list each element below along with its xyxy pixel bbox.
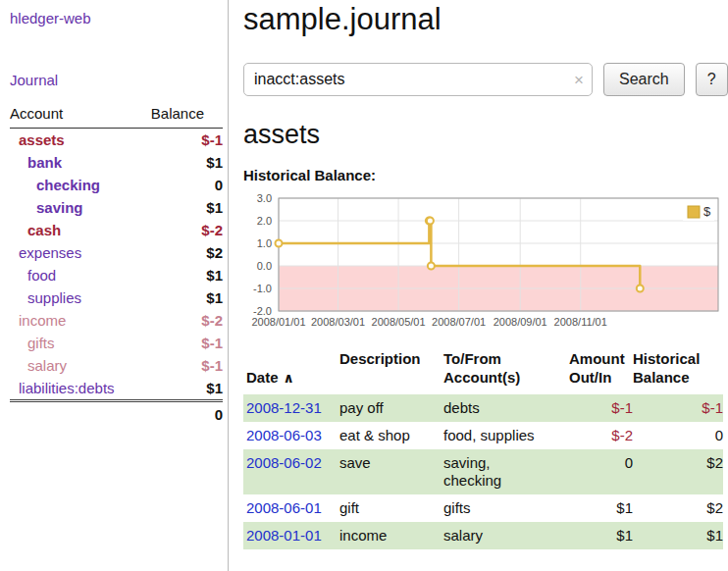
accounts-header-row: Account Balance <box>10 102 223 129</box>
x-axis-tick-label: 2008/11/01 <box>554 316 607 328</box>
register-row: 2008-06-01giftgifts$1$2 <box>243 494 723 522</box>
data-point-marker <box>276 240 283 247</box>
sort-ascending-icon: ∧ <box>284 370 294 386</box>
account-link[interactable]: salary <box>10 357 67 374</box>
y-axis-tick-label: 2.0 <box>257 215 272 227</box>
transaction-balance: 0 <box>633 422 723 449</box>
register-col-amount: Amount Out/In <box>569 348 633 394</box>
transaction-date-link[interactable]: 2008-12-31 <box>246 399 322 416</box>
x-axis-tick-label: 2008/03/01 <box>311 316 365 328</box>
account-row: income$-2 <box>10 309 223 332</box>
transaction-accounts: salary <box>443 522 569 549</box>
data-point-marker <box>428 263 435 270</box>
transaction-date-cell: 2008-12-31 <box>243 394 339 422</box>
account-row: supplies$1 <box>10 286 223 309</box>
account-balance: $-1 <box>151 129 223 152</box>
account-row: checking0 <box>10 174 223 196</box>
register-row: 2008-06-02savesaving, checking0$2 <box>243 449 723 494</box>
transaction-date-link[interactable]: 2008-06-03 <box>246 427 322 443</box>
transaction-amount: $1 <box>569 494 633 522</box>
register-col-description: Description <box>339 348 443 394</box>
hledger-web-app: hledger-web Journal Account Balance asse… <box>0 0 728 571</box>
account-row: bank$1 <box>10 151 223 174</box>
transaction-date-link[interactable]: 2008-06-01 <box>246 499 322 516</box>
accounts-table: Account Balance assets$-1bank$1checking0… <box>10 102 223 426</box>
account-balance: $1 <box>151 377 223 401</box>
page-title: sample.journal <box>243 2 728 37</box>
account-balance: 0 <box>151 174 223 196</box>
app-brand-link[interactable]: hledger-web <box>10 10 223 26</box>
balance-chart: 3.02.01.00.0-1.0-2.02008/01/012008/03/01… <box>243 192 724 332</box>
y-axis-tick-label: 0.0 <box>257 260 272 272</box>
transaction-description: eat & shop <box>339 422 443 449</box>
x-axis-tick-label: 2008/01/01 <box>251 316 305 328</box>
account-link[interactable]: bank <box>10 154 62 171</box>
account-row: food$1 <box>10 264 223 286</box>
register-col-balance: Historical Balance <box>633 348 723 394</box>
account-link[interactable]: supplies <box>10 289 81 306</box>
search-input-wrap: × <box>243 63 593 96</box>
transaction-accounts: food, supplies <box>443 422 569 449</box>
account-heading: assets <box>243 120 728 150</box>
account-balance: $2 <box>151 241 223 264</box>
y-axis-tick-label: -1.0 <box>253 283 272 294</box>
accounts-table-body: assets$-1bank$1checking0saving$1cash$-2e… <box>10 129 223 401</box>
account-link[interactable]: assets <box>10 131 65 148</box>
account-link[interactable]: expenses <box>10 244 81 261</box>
register-row: 2008-01-01incomesalary$1$1 <box>243 522 723 549</box>
account-row: saving$1 <box>10 196 223 219</box>
transaction-description: pay off <box>339 394 443 422</box>
search-input[interactable] <box>243 63 593 96</box>
main-content: sample.journal × Search ? assets Histori… <box>229 0 728 571</box>
accounts-total-balance: 0 <box>151 401 223 427</box>
y-axis-tick-label: 3.0 <box>257 192 272 204</box>
transaction-description: income <box>339 522 443 549</box>
account-row: cash$-2 <box>10 219 223 241</box>
transaction-date-cell: 2008-06-02 <box>243 449 339 494</box>
transaction-description: save <box>339 449 443 494</box>
search-button[interactable]: Search <box>603 63 685 96</box>
accounts-col-account: Account <box>10 102 151 129</box>
clear-search-icon[interactable]: × <box>574 72 584 88</box>
search-form: × Search ? <box>243 63 728 96</box>
chart-title: Historical Balance: <box>243 167 728 183</box>
y-axis-tick-label: 1.0 <box>257 237 272 249</box>
account-balance: $1 <box>151 151 223 174</box>
account-balance: $-2 <box>151 309 223 332</box>
sidebar-item-journal[interactable]: Journal <box>10 72 223 88</box>
sidebar: hledger-web Journal Account Balance asse… <box>0 0 229 571</box>
x-axis-tick-label: 2008/09/01 <box>494 316 547 328</box>
account-balance: $1 <box>151 286 223 309</box>
register-table-body: 2008-12-31pay offdebts$-1$-12008-06-03ea… <box>243 394 723 549</box>
help-button[interactable]: ? <box>696 63 728 96</box>
account-balance: $-1 <box>151 354 223 377</box>
transaction-date-link[interactable]: 2008-01-01 <box>246 527 322 544</box>
register-table: Date∧ Description To/From Account(s) Amo… <box>243 348 723 549</box>
legend-swatch <box>688 206 700 218</box>
transaction-amount: $1 <box>569 522 633 549</box>
transaction-description: gift <box>339 494 443 522</box>
register-sort-date[interactable]: Date∧ <box>246 369 294 386</box>
account-row: gifts$-1 <box>10 332 223 354</box>
account-link[interactable]: checking <box>10 177 100 193</box>
account-link[interactable]: food <box>10 267 56 284</box>
data-point-marker <box>427 218 434 225</box>
account-row: expenses$2 <box>10 241 223 264</box>
transaction-date-cell: 2008-06-01 <box>243 494 339 522</box>
account-link[interactable]: cash <box>10 222 61 238</box>
account-link[interactable]: gifts <box>10 335 55 351</box>
x-axis-tick-label: 2008/05/01 <box>372 316 426 328</box>
transaction-date-link[interactable]: 2008-06-02 <box>246 454 322 471</box>
transaction-balance: $2 <box>633 494 723 522</box>
accounts-total-row: 0 <box>10 401 223 427</box>
data-point-marker <box>637 286 644 292</box>
x-axis-tick-label: 2008/07/01 <box>432 316 486 328</box>
register-col-date-label: Date <box>246 369 279 386</box>
account-link[interactable]: income <box>10 312 66 329</box>
accounts-col-balance: Balance <box>151 102 223 129</box>
account-link[interactable]: saving <box>10 199 83 216</box>
account-link[interactable]: liabilities:debts <box>10 380 115 396</box>
account-balance: $-2 <box>151 219 223 241</box>
transaction-amount: 0 <box>569 449 633 494</box>
account-row: salary$-1 <box>10 354 223 377</box>
